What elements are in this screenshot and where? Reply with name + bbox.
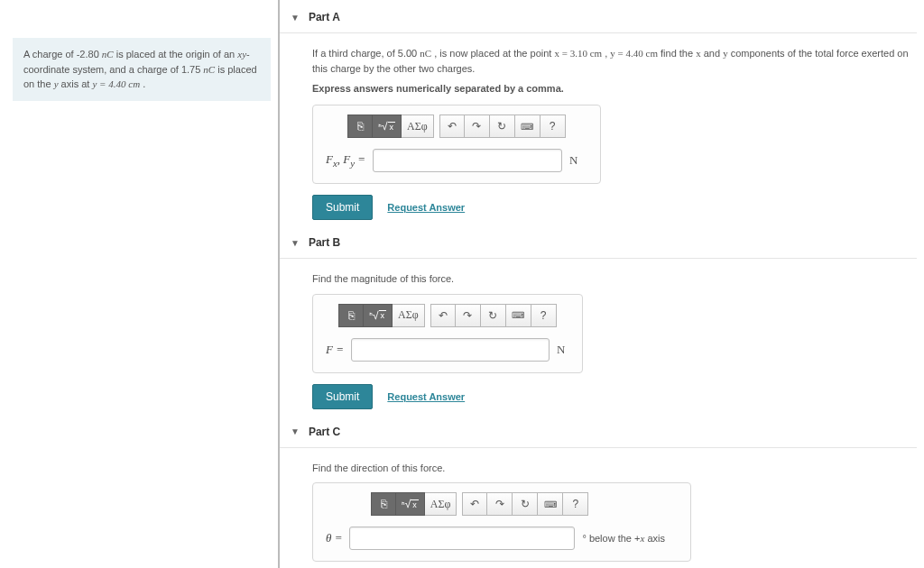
part-b-input[interactable] bbox=[351, 338, 550, 362]
part-b-unit: N bbox=[557, 343, 565, 357]
part-c-unit: ° below the +x axis bbox=[582, 533, 665, 544]
redo-button[interactable]: ↷ bbox=[487, 492, 513, 516]
sqrt-button[interactable]: ⁿ√x bbox=[364, 304, 393, 327]
help-button[interactable]: ? bbox=[563, 492, 588, 516]
part-c-input[interactable] bbox=[349, 527, 575, 550]
part-c-answer-box: ⎘ ⁿ√x ΑΣφ ↶ ↷ ↻ ⌨ ? θ = ° below the +x a… bbox=[312, 482, 691, 562]
part-a-prompt: If a third charge, of 5.00 nC , is now p… bbox=[312, 46, 917, 76]
chevron-down-icon: ▼ bbox=[291, 426, 300, 436]
part-b-title: Part B bbox=[309, 236, 340, 249]
sqrt-button[interactable]: ⁿ√x bbox=[396, 492, 425, 516]
templates-button[interactable]: ⎘ bbox=[371, 492, 396, 516]
part-b-request-answer-link[interactable]: Request Answer bbox=[387, 391, 465, 402]
undo-button[interactable]: ↶ bbox=[439, 115, 465, 138]
sqrt-button[interactable]: ⁿ√x bbox=[373, 115, 402, 138]
part-c-prompt: Find the direction of this force. bbox=[312, 461, 917, 476]
part-b-submit-button[interactable]: Submit bbox=[312, 384, 373, 409]
part-b-header[interactable]: ▼ Part B bbox=[280, 231, 917, 259]
chevron-down-icon: ▼ bbox=[291, 238, 300, 248]
part-a-lhs: Fx, Fy = bbox=[326, 152, 365, 169]
part-a-hint: Express answers numerically separated by… bbox=[312, 83, 917, 94]
keyboard-button[interactable]: ⌨ bbox=[515, 115, 541, 138]
undo-button[interactable]: ↶ bbox=[462, 492, 487, 516]
reset-button[interactable]: ↻ bbox=[481, 304, 506, 327]
part-a-title: Part A bbox=[309, 11, 340, 23]
templates-button[interactable]: ⎘ bbox=[347, 115, 373, 138]
templates-button[interactable]: ⎘ bbox=[338, 304, 364, 327]
greek-button[interactable]: ΑΣφ bbox=[425, 492, 457, 516]
part-a-header[interactable]: ▼ Part A bbox=[280, 5, 917, 33]
part-c-lhs: θ = bbox=[326, 531, 342, 545]
part-c-title: Part C bbox=[309, 426, 340, 438]
chevron-down-icon: ▼ bbox=[291, 13, 300, 23]
part-a-input[interactable] bbox=[373, 149, 562, 172]
greek-button[interactable]: ΑΣφ bbox=[393, 304, 425, 327]
part-a-unit: N bbox=[569, 153, 578, 168]
part-a-answer-box: ⎘ ⁿ√x ΑΣφ ↶ ↷ ↻ ⌨ ? Fx, Fy = N bbox=[312, 105, 601, 184]
part-c-header[interactable]: ▼ Part C bbox=[280, 420, 917, 448]
help-button[interactable]: ? bbox=[541, 115, 566, 138]
reset-button[interactable]: ↻ bbox=[490, 115, 515, 138]
part-b-lhs: F = bbox=[326, 343, 344, 357]
help-button[interactable]: ? bbox=[531, 304, 557, 327]
redo-button[interactable]: ↷ bbox=[456, 304, 481, 327]
part-b-answer-box: ⎘ ⁿ√x ΑΣφ ↶ ↷ ↻ ⌨ ? F = N bbox=[312, 294, 583, 373]
part-a-submit-button[interactable]: Submit bbox=[312, 195, 373, 220]
redo-button[interactable]: ↷ bbox=[465, 115, 490, 138]
keyboard-button[interactable]: ⌨ bbox=[506, 304, 531, 327]
reset-button[interactable]: ↻ bbox=[513, 492, 538, 516]
keyboard-button[interactable]: ⌨ bbox=[538, 492, 563, 516]
greek-button[interactable]: ΑΣφ bbox=[402, 115, 434, 138]
undo-button[interactable]: ↶ bbox=[430, 304, 456, 327]
part-b-prompt: Find the magnitude of this force. bbox=[312, 271, 917, 287]
part-a-request-answer-link[interactable]: Request Answer bbox=[387, 202, 465, 213]
problem-statement: A charge of -2.80 nC is placed at the or… bbox=[13, 38, 271, 101]
